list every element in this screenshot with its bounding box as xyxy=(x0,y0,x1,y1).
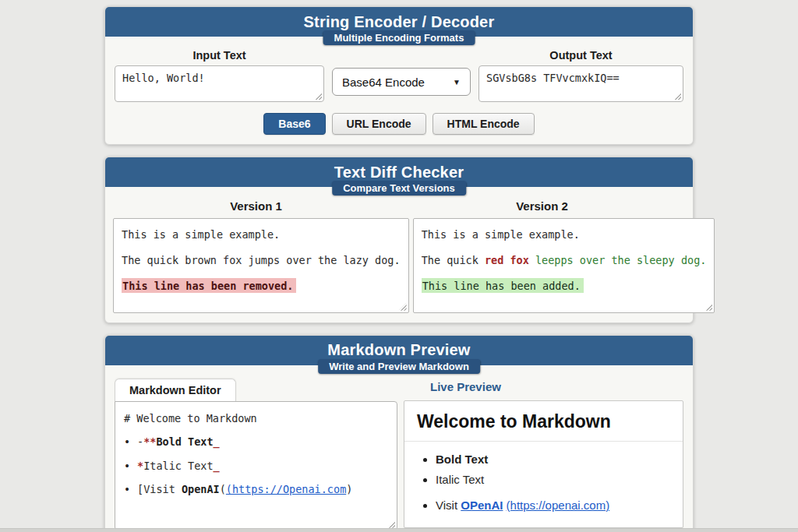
text-segment: This is a simple example. xyxy=(422,228,580,241)
text-line: •-**Bold Text_ xyxy=(124,435,388,450)
text-line: Italic Text xyxy=(436,473,683,486)
text-segment: Visit xyxy=(436,499,461,512)
diff-title: Text Diff Checker xyxy=(334,164,464,181)
text-segment: _ xyxy=(214,435,220,448)
line-content: # Welcome to Markdown xyxy=(124,411,257,427)
markdown-preview-column: Live Preview Welcome to Markdown Bold Te… xyxy=(404,378,683,528)
markdown-editor-tab[interactable]: Markdown Editor xyxy=(115,379,236,402)
text-line: The quick red fox leepps over the sleepy… xyxy=(422,253,707,269)
line-content: This is a simple example. xyxy=(122,228,280,241)
version-labels-row: Version 1 Version 2 xyxy=(113,199,685,213)
encoder-title: String Encoder / Decoder xyxy=(304,13,495,31)
encoder-button-url-encode[interactable]: URL Encode xyxy=(332,113,426,135)
bullet-marker: • xyxy=(124,482,137,498)
text-segment: Italic Text xyxy=(436,473,484,486)
version2-label: Version 2 xyxy=(399,199,685,213)
line-content: Visit OPenAI (https://openai.com) xyxy=(436,499,609,512)
resize-handle-icon[interactable] xyxy=(399,303,407,311)
link[interactable]: OPenAI xyxy=(461,499,503,512)
link[interactable]: (https://Openai.com xyxy=(226,483,346,495)
version1-label: Version 1 xyxy=(113,199,399,213)
text-line: Bold Text xyxy=(436,453,683,466)
encoder-subtitle-badge: Multiple Encoding Formats xyxy=(323,30,475,45)
chevron-down-icon: ▼ xyxy=(453,78,461,86)
text-segment: [Visit xyxy=(137,483,182,495)
text-segment: _ xyxy=(214,460,220,472)
line-content: Bold Text xyxy=(436,453,488,466)
encoder-io-row: Input Text Hello, World! Base64 Encode ▼… xyxy=(115,49,683,102)
markdown-title: Markdown Preview xyxy=(327,341,470,359)
encoder-button-html-encode[interactable]: HTML Encode xyxy=(433,113,535,135)
text-segment: This is a simple example. xyxy=(122,228,280,241)
text-segment: ) xyxy=(346,483,352,495)
select-column: Base64 Encode ▼ xyxy=(332,49,471,102)
encoder-header: String Encoder / Decoder Multiple Encodi… xyxy=(105,7,693,37)
output-column: Output Text SGVsbG8s TFVvcmxkIQ== xyxy=(478,49,683,102)
text-segment: # Welcome to Markdown xyxy=(124,412,257,425)
text-line: # Welcome to Markdown xyxy=(124,411,388,427)
added-line-highlight: This line has been added. xyxy=(422,278,584,293)
screen-bottom-edge xyxy=(0,528,798,532)
text-segment: ** xyxy=(143,435,156,448)
markdown-subtitle-badge: Write and Preview Markdown xyxy=(318,359,480,374)
encoder-body: Input Text Hello, World! Base64 Encode ▼… xyxy=(105,37,693,144)
input-textarea[interactable]: Hello, World! xyxy=(115,65,324,102)
diff-boxes-row: This is a simple example.The quick brown… xyxy=(113,218,685,313)
markdown-preview-pane: Welcome to Markdown Bold TextItalic Text… xyxy=(404,400,683,528)
line-content: This is a simple example. xyxy=(422,228,580,241)
select-spacer xyxy=(332,49,471,68)
link[interactable]: (https://openai.com) xyxy=(507,499,610,512)
text-segment: ( xyxy=(220,483,226,495)
text-segment: leepps over the sleepy dog. xyxy=(529,254,707,266)
output-textarea[interactable]: SGVsbG8s TFVvcmxkIQ== xyxy=(478,65,683,102)
text-segment: OpenAI xyxy=(182,483,220,495)
text-segment: red fox xyxy=(485,254,529,266)
bullet-marker: • xyxy=(124,459,137,474)
removed-line-highlight: This line has been removed. xyxy=(122,278,296,293)
output-text-label: Output Text xyxy=(478,49,683,62)
diff-body: Version 1 Version 2 This is a simple exa… xyxy=(105,187,693,322)
resize-handle-icon[interactable] xyxy=(387,520,395,528)
text-line: •*Italic Text_ xyxy=(124,459,388,474)
markdown-editor-textarea[interactable]: # Welcome to Markdown•-**Bold Text_•*Ita… xyxy=(115,401,397,530)
encoder-button-base6[interactable]: Base6 xyxy=(263,113,325,135)
line-content: [Visit OpenAI((https://Openai.com) xyxy=(137,482,352,498)
text-segment: - xyxy=(137,435,143,448)
line-content: *Italic Text_ xyxy=(137,459,220,474)
text-line: •[Visit OpenAI((https://Openai.com) xyxy=(124,482,388,498)
preview-heading: Welcome to Markdown xyxy=(404,401,683,442)
input-column: Input Text Hello, World! xyxy=(115,49,324,102)
markdown-columns: Markdown Editor # Welcome to Markdown•-*… xyxy=(115,378,683,530)
text-line: This is a simple example. xyxy=(422,227,707,243)
markdown-header: Markdown Preview Write and Preview Markd… xyxy=(105,336,693,365)
input-text-label: Input Text xyxy=(115,49,324,62)
line-content: -**Bold Text_ xyxy=(137,435,220,450)
line-content: Italic Text xyxy=(436,473,484,486)
text-segment: Bold Text xyxy=(436,453,488,466)
text-segment: * xyxy=(137,460,143,472)
line-content: The quick brown fox jumps over the lazy … xyxy=(122,254,401,266)
encoder-button-row: Base6URL EncodeHTML Encode xyxy=(115,113,683,135)
diff-subtitle-badge: Compare Text Versions xyxy=(332,181,466,196)
live-preview-label: Live Preview xyxy=(430,380,683,393)
page-content: String Encoder / Decoder Multiple Encodi… xyxy=(104,0,694,532)
bullet-marker: • xyxy=(124,435,137,450)
text-line: This line has been added. xyxy=(422,278,707,294)
text-segment: Italic Text xyxy=(143,460,213,472)
line-content: The quick red fox leepps over the sleepy… xyxy=(422,254,707,266)
version2-textarea[interactable]: This is a simple example.The quick red f… xyxy=(413,218,715,313)
text-segment: The quick brown fox jumps over the lazy … xyxy=(122,254,401,266)
resize-handle-icon[interactable] xyxy=(704,303,712,311)
markdown-editor-column: Markdown Editor # Welcome to Markdown•-*… xyxy=(115,378,397,530)
preview-bullet-list: Bold TextItalic TextVisit OPenAI (https:… xyxy=(436,453,683,512)
text-line: The quick brown fox jumps over the lazy … xyxy=(122,253,401,269)
encoding-select-value: Base64 Encode xyxy=(342,76,425,89)
text-line: This line has been removed. xyxy=(122,278,401,294)
resize-handle-icon[interactable] xyxy=(314,92,322,100)
resize-handle-icon[interactable] xyxy=(673,92,681,100)
encoding-select[interactable]: Base64 Encode ▼ xyxy=(332,68,471,96)
markdown-body: Markdown Editor # Welcome to Markdown•-*… xyxy=(105,365,693,532)
text-segment: The quick xyxy=(422,254,485,266)
diff-header: Text Diff Checker Compare Text Versions xyxy=(105,157,693,187)
version1-textarea[interactable]: This is a simple example.The quick brown… xyxy=(113,218,409,313)
